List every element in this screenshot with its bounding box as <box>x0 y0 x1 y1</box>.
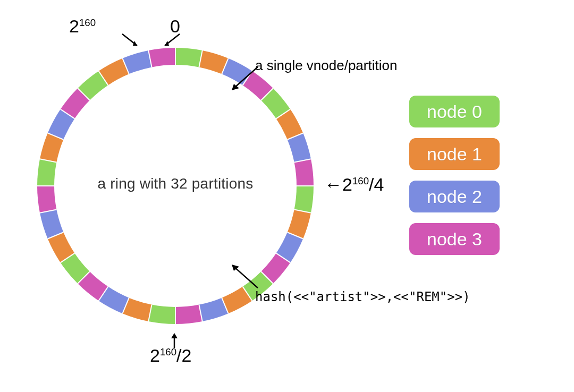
svg-line-43 <box>234 267 258 288</box>
marker-quarter: ←2160/4 <box>324 174 384 195</box>
arrow-top-left <box>121 33 142 48</box>
legend-node-0: node 0 <box>409 96 500 127</box>
svg-marker-40 <box>171 333 178 338</box>
legend: node 0 node 1 node 2 node 3 <box>409 96 500 255</box>
legend-node-2: node 2 <box>409 181 500 212</box>
ring-caption: a ring with 32 partitions <box>32 175 319 192</box>
legend-node-1: node 1 <box>409 138 500 170</box>
annotation-vnode: a single vnode/partition <box>255 57 397 74</box>
diagram-stage: a ring with 32 partitions 0 2160 ←2160/4… <box>0 0 574 392</box>
marker-2-160: 2160 <box>69 16 96 37</box>
arrow-bottom <box>167 332 181 349</box>
arrow-hash <box>229 260 260 292</box>
legend-node-3: node 3 <box>409 223 500 255</box>
arrow-top-right <box>159 33 181 48</box>
svg-line-41 <box>234 67 258 88</box>
annotation-hash: hash(<<"artist">>,<<"REM">>) <box>255 289 470 304</box>
